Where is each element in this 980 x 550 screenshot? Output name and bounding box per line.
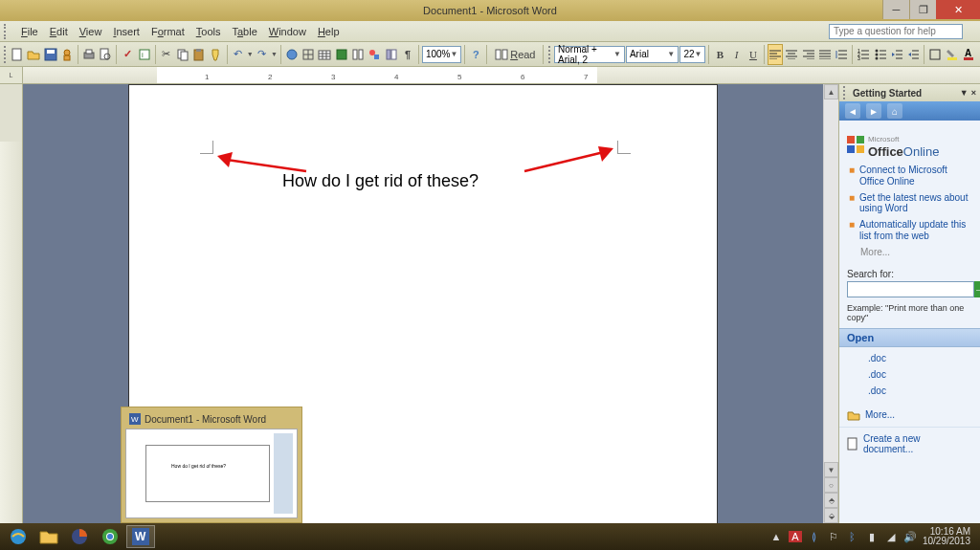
font-combo[interactable]: Arial▼ xyxy=(626,46,679,63)
tray-bluetooth-icon[interactable]: ≬ xyxy=(808,531,821,543)
menu-file[interactable]: File xyxy=(15,24,44,39)
italic-icon[interactable]: I xyxy=(728,44,744,65)
menu-table[interactable]: Table xyxy=(226,24,262,39)
link-news[interactable]: ■Get the latest news about using Word xyxy=(849,192,970,215)
decrease-indent-icon[interactable] xyxy=(889,44,904,65)
tray-volume-icon[interactable]: 🔊 xyxy=(903,531,917,543)
help-search-input[interactable] xyxy=(829,24,963,39)
format-painter-icon[interactable] xyxy=(208,44,223,65)
tray-bt-icon[interactable]: ᛒ xyxy=(846,531,859,542)
recent-doc[interactable]: .doc xyxy=(849,353,970,363)
menu-format[interactable]: Format xyxy=(145,24,190,39)
link-update[interactable]: ■Automatically update this list from the… xyxy=(849,219,970,242)
forward-icon[interactable]: ► xyxy=(866,103,881,119)
tray-adobe-icon[interactable]: A xyxy=(789,531,802,542)
create-new-doc-link[interactable]: Create a new document... xyxy=(839,427,980,460)
copy-icon[interactable] xyxy=(175,44,190,65)
tray-power-icon[interactable]: ▮ xyxy=(865,531,879,543)
tray-show-hidden-icon[interactable]: ▲ xyxy=(769,531,783,542)
explorer-icon[interactable] xyxy=(34,525,63,548)
prev-page-icon[interactable]: ⬘ xyxy=(824,493,838,508)
tab-selector[interactable]: L xyxy=(0,67,23,83)
save-icon[interactable] xyxy=(42,44,57,65)
bold-icon[interactable]: B xyxy=(712,44,727,65)
align-left-icon[interactable] xyxy=(768,44,783,65)
align-center-icon[interactable] xyxy=(784,44,799,65)
highlight-icon[interactable] xyxy=(944,44,959,65)
search-input[interactable] xyxy=(847,281,974,297)
spellcheck-icon[interactable]: ✓ xyxy=(120,44,135,65)
home-icon[interactable]: ⌂ xyxy=(887,103,902,119)
font-color-icon[interactable]: A xyxy=(961,44,976,65)
back-icon[interactable]: ◄ xyxy=(845,103,860,119)
search-go-button[interactable]: → xyxy=(974,281,980,297)
minimize-button[interactable]: ─ xyxy=(882,0,909,19)
document-text[interactable]: How do I get rid of these? xyxy=(282,171,479,191)
align-right-icon[interactable] xyxy=(800,44,815,65)
doc-map-icon[interactable] xyxy=(384,44,399,65)
menu-window[interactable]: Window xyxy=(263,24,312,39)
browse-object-icon[interactable]: ○ xyxy=(824,477,838,493)
excel-icon[interactable] xyxy=(334,44,349,65)
menu-insert[interactable]: Insert xyxy=(107,24,145,39)
taskpane-grip[interactable] xyxy=(843,86,849,99)
new-doc-icon[interactable] xyxy=(10,44,25,65)
word-taskbar-icon[interactable]: W xyxy=(126,525,155,548)
undo-icon[interactable]: ↶ xyxy=(230,44,245,65)
menu-tools[interactable]: Tools xyxy=(190,24,227,39)
increase-indent-icon[interactable] xyxy=(905,44,921,65)
print-icon[interactable] xyxy=(81,44,97,65)
vertical-ruler[interactable] xyxy=(0,84,23,523)
taskpane-close-icon[interactable]: × xyxy=(971,88,976,98)
ie-icon[interactable] xyxy=(4,525,33,548)
open-icon[interactable] xyxy=(26,44,41,65)
underline-icon[interactable]: U xyxy=(746,44,761,65)
more-docs-link[interactable]: More... xyxy=(839,406,980,425)
redo-dropdown[interactable]: ▼ xyxy=(271,51,278,57)
undo-dropdown[interactable]: ▼ xyxy=(247,51,254,57)
toolbar-grip[interactable] xyxy=(4,24,11,39)
insert-table-icon[interactable] xyxy=(317,44,332,65)
read-button[interactable]: Read xyxy=(490,44,540,65)
next-page-icon[interactable]: ⬙ xyxy=(824,508,838,523)
tray-clock[interactable]: 10:16 AM 10/29/2013 xyxy=(923,527,970,547)
cut-icon[interactable]: ✂ xyxy=(159,44,174,65)
paste-icon[interactable] xyxy=(191,44,207,65)
link-more[interactable]: More... xyxy=(849,247,970,257)
numbering-icon[interactable]: 123 xyxy=(856,44,871,65)
maximize-button[interactable]: ❐ xyxy=(909,0,936,19)
permission-icon[interactable] xyxy=(59,44,75,65)
menu-help[interactable]: Help xyxy=(312,24,345,39)
print-preview-icon[interactable] xyxy=(98,44,113,65)
scroll-down-icon[interactable]: ▼ xyxy=(824,462,838,477)
scroll-track[interactable] xyxy=(824,99,838,462)
horizontal-ruler[interactable]: 1 2 3 4 5 6 7 xyxy=(23,67,980,83)
vertical-scrollbar[interactable]: ▲ ▼ ○ ⬘ ⬙ xyxy=(823,84,838,523)
font-size-combo[interactable]: 22▼ xyxy=(679,46,705,63)
help-icon[interactable]: ? xyxy=(468,44,483,65)
tray-network-icon[interactable]: ◢ xyxy=(884,531,898,543)
firefox-icon[interactable] xyxy=(65,525,94,548)
menu-view[interactable]: View xyxy=(74,24,108,39)
columns-icon[interactable] xyxy=(350,44,366,65)
taskbar-thumbnail-preview[interactable]: W Document1 - Microsoft Word How do I ge… xyxy=(121,407,302,523)
close-button[interactable]: ✕ xyxy=(936,0,980,19)
toolbar-grip[interactable] xyxy=(548,46,553,63)
drawing-icon[interactable] xyxy=(367,44,382,65)
style-combo[interactable]: Normal + Arial, 2▼ xyxy=(554,46,625,63)
recent-doc[interactable]: .doc xyxy=(849,385,970,396)
justify-icon[interactable] xyxy=(817,44,833,65)
link-connect[interactable]: ■Connect to Microsoft Office Online xyxy=(849,165,970,187)
recent-doc[interactable]: .doc xyxy=(849,369,970,380)
line-spacing-icon[interactable] xyxy=(834,44,849,65)
bullets-icon[interactable] xyxy=(872,44,887,65)
scroll-up-icon[interactable]: ▲ xyxy=(824,84,838,99)
research-icon[interactable]: i xyxy=(136,44,151,65)
tables-borders-icon[interactable] xyxy=(301,44,316,65)
zoom-combo[interactable]: 100%▼ xyxy=(422,46,462,63)
menu-edit[interactable]: Edit xyxy=(44,24,74,39)
chrome-icon[interactable] xyxy=(96,525,124,548)
taskpane-menu-icon[interactable]: ▼ xyxy=(960,88,969,98)
borders-icon[interactable] xyxy=(927,44,943,65)
hyperlink-icon[interactable] xyxy=(284,44,300,65)
